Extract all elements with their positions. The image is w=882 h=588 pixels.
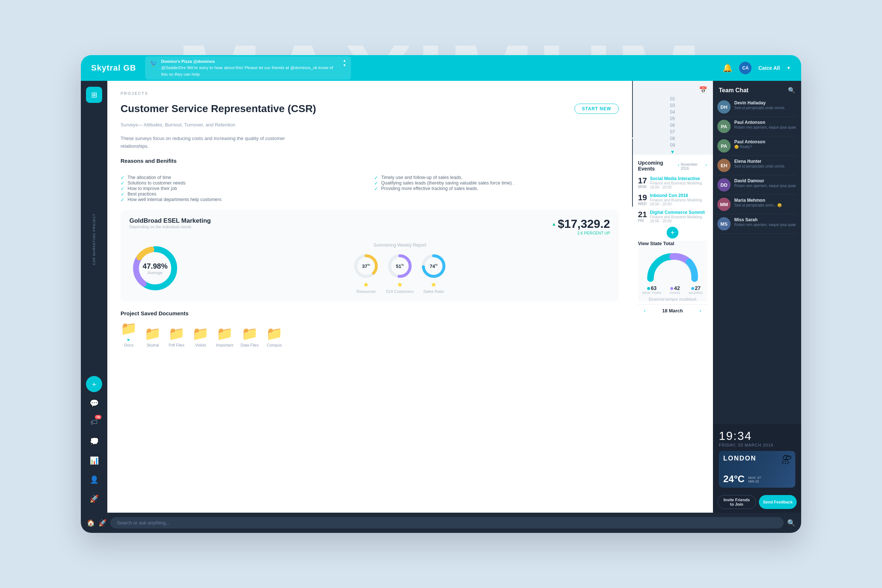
project-subtitle: Surveys— Attitudes, Burnout, Turnover, a…	[120, 122, 619, 128]
mini-donut-label-customers: 51%	[396, 263, 404, 268]
folder-violist[interactable]: 📁 Violist	[192, 326, 209, 347]
city-name: PARIS	[670, 291, 681, 295]
cal-num: 05	[670, 116, 675, 121]
folder-icon: 📁	[242, 326, 258, 341]
folder-compus[interactable]: 📁 Compus	[266, 326, 283, 347]
app-window: Skytral GB 🐦 Domino's Pizza @dominos @Sa…	[81, 55, 801, 533]
chat-avatar: PA	[717, 139, 730, 153]
event-date-row: 21 FRI Digital Commerce Summit Finance a…	[638, 210, 707, 223]
chat-info: Maria Mehmon Sed ut perspiciatis omni...…	[734, 198, 797, 208]
notification-badge: 76	[95, 415, 101, 419]
bell-icon[interactable]: 🔔	[723, 63, 732, 73]
cal-down-arrow[interactable]: ▼	[670, 149, 675, 155]
folder-important[interactable]: 📁 Important	[216, 326, 233, 347]
side-tabs: Market places & Resources Companies, Pro…	[632, 81, 633, 513]
folder-icon: 📁	[144, 326, 161, 341]
events-prev-arrow[interactable]: ‹	[678, 162, 679, 171]
donut-label: 47.98% Average	[142, 262, 168, 274]
right-events-panel: Market places & Resources Companies, Pro…	[632, 81, 713, 513]
rocket-icon: 🚀	[90, 494, 99, 503]
folder-label: Docs	[124, 343, 134, 347]
folder-docs[interactable]: 📁 ▶ Docs	[120, 321, 137, 347]
chevron-down-icon[interactable]: ▼	[786, 65, 791, 70]
user-avatar: CA	[739, 62, 752, 74]
chat-search-icon[interactable]: 🔍	[788, 87, 795, 94]
date-next-arrow[interactable]: ›	[699, 308, 701, 314]
chat-icon: 💬	[90, 399, 99, 408]
sidebar-item-analytics[interactable]: 📊	[86, 452, 102, 469]
home-icon[interactable]: 🏠	[87, 519, 95, 527]
chat-item-david[interactable]: DD David Damour Rotam rem aperiam, eaque…	[717, 175, 797, 195]
calendar-numbers: 02 03 04 05 06 07 08 09 ▼	[638, 96, 707, 155]
bottom-buttons: Invite Friends to Join Send Feedback	[713, 491, 801, 513]
folder-data-files[interactable]: 📁 Data Files	[240, 326, 259, 347]
chat-item-paul1[interactable]: PA Paul Antonson Rotam rem aperiam, eaqu…	[717, 117, 797, 136]
customers-label: 519 Customers	[386, 289, 414, 294]
project-description: These surveys focus on reducing costs an…	[120, 135, 312, 150]
chat-item-paul2[interactable]: PA Paul Antonson 😊 Really?	[717, 136, 797, 156]
chat-item-devin[interactable]: DH Devin Halladay Sed ut perspiciatis un…	[717, 98, 797, 117]
user-name-label: Caice All	[758, 65, 780, 71]
city-stats: 63 NEW YORK 42 PARIS 27	[638, 285, 707, 295]
folder-label: Violist	[195, 343, 206, 347]
chat-info: Paul Antonson Rotam rem aperiam, eaque i…	[734, 120, 797, 130]
sidebar-item-messages[interactable]: 💭	[86, 433, 102, 450]
sidebar-item-user[interactable]: 👤	[86, 471, 102, 488]
weather-city: LONDON	[723, 454, 756, 462]
app-logo: Skytral GB	[91, 63, 136, 73]
folder-icon: 📁	[120, 321, 137, 336]
invite-friends-button[interactable]: Invite Friends to Join	[717, 495, 756, 509]
date-prev-arrow[interactable]: ‹	[644, 308, 646, 314]
chat-avatar: PA	[717, 120, 730, 133]
search-input[interactable]	[110, 517, 783, 528]
check-icon: ✓	[120, 180, 124, 186]
chat-item-sarah[interactable]: MS Miss Sarah Rotam rem aperiam, eaque i…	[717, 214, 797, 234]
chat-item-elena[interactable]: EH Elena Hunter Sed ut perspiciatis unde…	[717, 156, 797, 175]
search-bar-icons: 🏠 🚀	[87, 519, 106, 527]
rocket-launch-icon[interactable]: 🚀	[99, 519, 106, 527]
chat-avatar: DH	[717, 100, 730, 114]
folder-icon: 📁	[168, 326, 185, 341]
event-num: 21	[638, 211, 647, 219]
city-dot-madrid	[691, 287, 694, 290]
project-label: PROJECTS	[120, 91, 619, 96]
donut-average: Average	[142, 270, 168, 274]
side-tab-companies[interactable]: Companies, Products & Workroom	[632, 138, 633, 207]
top-bar-right: 🔔 CA Caice All ▼	[723, 62, 791, 74]
main-donut-chart: 47.98% Average	[129, 243, 181, 294]
clock-time: 19:34	[719, 429, 795, 443]
chat-info: Elena Hunter Sed ut perspiciatis unde om…	[734, 159, 797, 169]
benefit-item: ✓ Solutions to customer needs	[120, 180, 365, 186]
events-next-arrow[interactable]: ›	[706, 162, 707, 171]
sidebar-item-rocket[interactable]: 🚀	[86, 490, 102, 507]
folder-skytral[interactable]: 📁 Skytral	[144, 326, 161, 347]
folder-expand-arrow[interactable]: ▶	[128, 338, 130, 341]
benefit-item: ✓ How to improve their job	[120, 186, 365, 192]
start-new-button[interactable]: START NEW	[574, 104, 619, 114]
sidebar-item-notifications[interactable]: 🏷 76	[86, 414, 102, 430]
chat-item-maria[interactable]: MM Maria Mehmon Sed ut perspiciatis omni…	[717, 195, 797, 214]
cal-num: 07	[670, 129, 675, 135]
mini-donut-sales: 74%	[420, 252, 448, 280]
twitter-arrows[interactable]: ▲▼	[343, 58, 346, 67]
search-submit-icon[interactable]: 🔍	[787, 519, 795, 527]
check-icon: ✓	[120, 197, 124, 202]
city-name: NEW YORK	[642, 291, 662, 295]
add-event-button[interactable]: +	[667, 227, 678, 238]
city-num: 63	[642, 285, 662, 291]
check-icon: ✓	[374, 175, 378, 180]
check-icon: ✓	[120, 192, 124, 197]
marketing-title: GoldBroad ESEL Marketing	[129, 217, 211, 225]
content-area: PROJECTS Customer Service Representative…	[107, 81, 632, 513]
event-name: Inbound Con 2016	[650, 193, 702, 198]
send-feedback-button[interactable]: Send Feedback	[759, 495, 797, 509]
event-date-row: 17 MON Social Media Interactive Finance …	[638, 176, 707, 189]
weather-icon: ⛈	[781, 454, 792, 466]
percent-up-label: 2.6 PERCENT UP	[552, 231, 610, 235]
sidebar-item-chat[interactable]: 💬	[86, 395, 102, 411]
folder-pdf[interactable]: 📁 Pdf Files	[168, 326, 185, 347]
sidebar-item-dashboard[interactable]: ⊞	[86, 87, 102, 103]
sidebar-item-add[interactable]: ＋	[86, 376, 102, 392]
chat-member-name: Miss Sarah	[734, 217, 797, 222]
side-tab-marketplaces[interactable]: Market places & Resources	[632, 81, 633, 138]
